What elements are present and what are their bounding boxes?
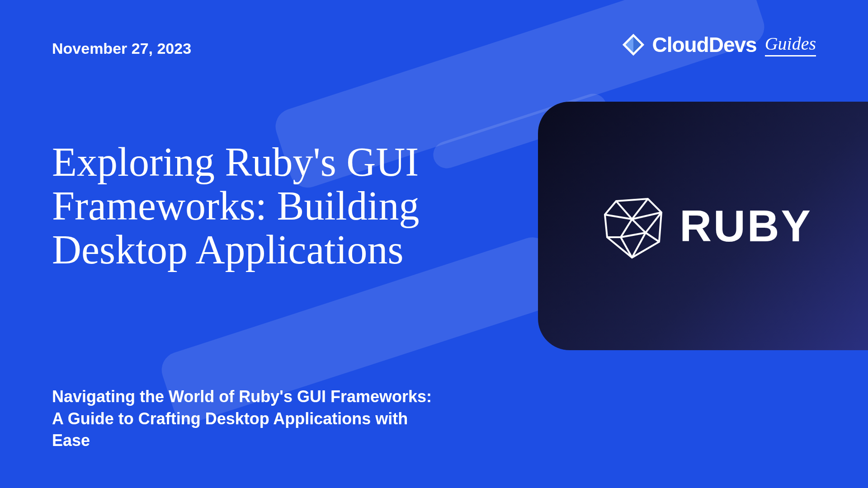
ruby-gem-icon (594, 188, 670, 264)
publish-date: November 27, 2023 (52, 40, 191, 57)
svg-line-11 (621, 237, 632, 258)
ruby-label: RUBY (679, 201, 812, 252)
brand-suffix: Guides (765, 33, 816, 56)
page-subtitle: Navigating the World of Ruby's GUI Frame… (52, 386, 441, 452)
svg-line-7 (621, 219, 632, 237)
svg-line-13 (621, 233, 646, 237)
ruby-feature-card: RUBY (538, 102, 868, 350)
svg-line-8 (646, 233, 659, 242)
clouddevs-icon (620, 32, 646, 58)
brand-name: CloudDevs (652, 33, 756, 57)
svg-line-6 (632, 219, 646, 233)
brand-logo: CloudDevs Guides (620, 32, 816, 58)
page-title: Exploring Ruby's GUI Frameworks: Buildin… (52, 140, 481, 272)
